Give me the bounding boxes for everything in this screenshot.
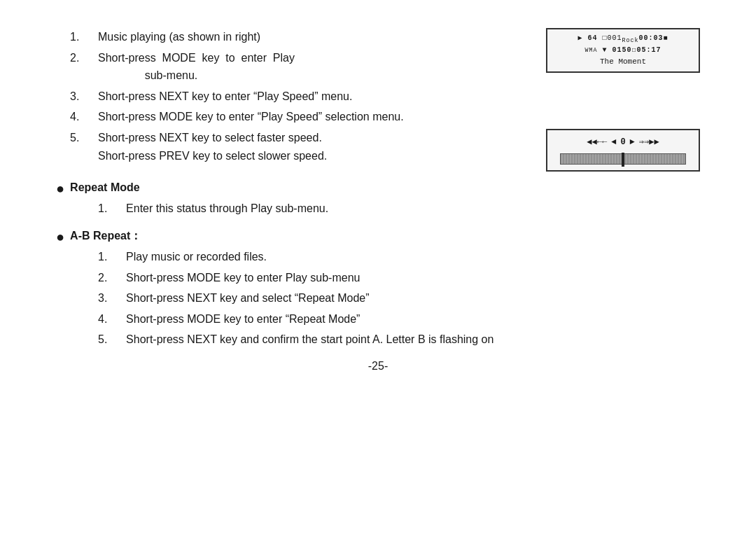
ab-repeat-item-2-number: 2. (98, 269, 126, 287)
ab-repeat-title: A-B Repeat： (70, 230, 141, 242)
page-footer: -25- (0, 360, 756, 373)
ab-repeat-item-2: 2. Short-press MODE key to enter Play su… (98, 269, 700, 287)
ab-repeat-list: 1. Play music or recorded files. 2. Shor… (98, 248, 700, 349)
item-number-4: 4. (56, 108, 98, 126)
ab-repeat-item-5-text: Short-press NEXT key and confirm the sta… (126, 331, 700, 349)
screen-title: The Moment (553, 57, 693, 67)
speed-controls: ◀◀←← ◄ 0 ► ⇒⇒▶▶ (587, 136, 659, 149)
item-number-5: 5. (56, 129, 98, 147)
ab-repeat-bullet: ● (56, 227, 64, 246)
list-item-5: 5. Short-press NEXT key to select faster… (56, 129, 700, 172)
repeat-mode-section: ● Repeat Mode 1. Enter this status throu… (56, 179, 700, 220)
ab-repeat-item-1-number: 1. (98, 248, 126, 266)
speed-left-arrows: ◀◀←← (587, 136, 607, 149)
item-number-2: 2. (56, 49, 98, 85)
ab-repeat-item-1: 1. Play music or recorded files. (98, 248, 700, 266)
page-number: -25- (368, 360, 388, 372)
ab-repeat-item-4-number: 4. (98, 310, 126, 328)
speed-right-triangle: ► (630, 136, 635, 149)
repeat-mode-bullet: ● (56, 179, 64, 198)
speed-screen-image: ◀◀←← ◄ 0 ► ⇒⇒▶▶ (546, 129, 700, 172)
device-screen-image: ▶ 64 □001Rock00:03■ WMA ▼ 0150☐05:17 The… (546, 28, 700, 73)
item-number-1: 1. (56, 28, 98, 46)
repeat-mode-item-1-number: 1. (98, 200, 126, 218)
item-text-3: Short-press NEXT key to enter “Play Spee… (98, 88, 700, 106)
ab-repeat-item-4-text: Short-press MODE key to enter “Repeat Mo… (126, 310, 700, 328)
page-content: ▶ 64 □001Rock00:03■ WMA ▼ 0150☐05:17 The… (0, 0, 756, 387)
screen-row1: ▶ 64 □001Rock00:03■ (553, 34, 693, 46)
ab-repeat-item-1-text: Play music or recorded files. (126, 248, 700, 266)
speed-left-triangle: ◄ (611, 136, 616, 149)
repeat-mode-item-1: 1. Enter this status through Play sub-me… (98, 200, 328, 218)
repeat-mode-list: 1. Enter this status through Play sub-me… (98, 200, 328, 218)
item-number-3: 3. (56, 88, 98, 106)
item-text-4: Short-press MODE key to enter “Play Spee… (98, 108, 700, 126)
list-item-2: 2. Short-press MODE key to enter Play su… (56, 49, 532, 85)
ab-repeat-item-5: 5. Short-press NEXT key and confirm the … (98, 331, 700, 349)
ab-repeat-item-4: 4. Short-press MODE key to enter “Repeat… (98, 310, 700, 328)
item-text-2: Short-press MODE key to enter Play sub-m… (98, 49, 532, 85)
repeat-mode-item-1-text: Enter this status through Play sub-menu. (126, 200, 328, 218)
speed-bar (560, 153, 686, 165)
list-item-4: 4. Short-press MODE key to enter “Play S… (56, 108, 700, 126)
speed-indicator (622, 153, 624, 167)
screen-row2: WMA ▼ 0150☐05:17 (553, 46, 693, 55)
ab-repeat-item-3-number: 3. (98, 289, 126, 307)
ab-repeat-section: ● A-B Repeat： 1. Play music or recorded … (56, 227, 700, 352)
repeat-mode-title: Repeat Mode (70, 181, 140, 193)
ab-repeat-item-3: 3. Short-press NEXT key and select “Repe… (98, 289, 700, 307)
ab-repeat-item-2-text: Short-press MODE key to enter Play sub-m… (126, 269, 700, 287)
list-item-3: 3. Short-press NEXT key to enter “Play S… (56, 88, 700, 106)
ab-repeat-item-3-text: Short-press NEXT key and select “Repeat … (126, 289, 700, 307)
speed-zero: 0 (620, 136, 625, 149)
item-text-5-line1: Short-press NEXT key to select faster sp… (98, 129, 327, 147)
item-text-5: Short-press NEXT key to select faster sp… (98, 129, 700, 172)
speed-right-arrows: ⇒⇒▶▶ (639, 136, 659, 149)
list-item-1: 1. Music playing (as shown in right) (56, 28, 532, 46)
item-text-1: Music playing (as shown in right) (98, 28, 532, 46)
item-text-5-line2: Short-press PREV key to select slower sp… (98, 147, 327, 165)
ab-repeat-item-5-number: 5. (98, 331, 126, 349)
